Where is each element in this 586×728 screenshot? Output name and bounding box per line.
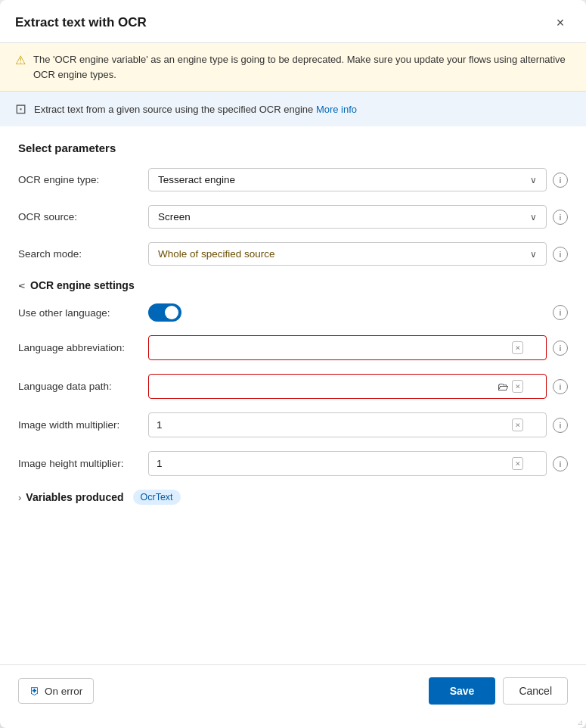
- language-abbreviation-info-icon[interactable]: i: [553, 341, 568, 356]
- ocr-engine-type-control: Tesseract engine ∨ i: [148, 168, 568, 191]
- search-mode-dropdown[interactable]: Whole of specified source ∨: [148, 242, 547, 266]
- ocr-source-control: Screen ∨ i: [148, 205, 568, 229]
- search-mode-control: Whole of specified source ∨ i: [148, 242, 568, 266]
- language-data-path-input[interactable]: 🗁 ×: [148, 374, 547, 399]
- ocr-text-badge: OcrText: [133, 490, 181, 505]
- image-width-multiplier-row: Image width multiplier: 1 × i: [18, 412, 568, 437]
- language-data-path-row: Language data path: 🗁 × i: [18, 374, 568, 399]
- image-height-multiplier-clear-icon[interactable]: ×: [512, 457, 523, 470]
- ocr-source-value: Screen: [158, 211, 191, 222]
- ocr-source-dropdown[interactable]: Screen ∨: [148, 205, 547, 229]
- image-width-multiplier-control: 1 × i: [148, 412, 568, 437]
- search-mode-value: Whole of specified source: [158, 248, 275, 260]
- search-mode-label: Search mode:: [18, 248, 139, 260]
- more-info-link[interactable]: More info: [316, 104, 357, 115]
- variables-chevron-icon: ›: [18, 492, 21, 503]
- ocr-engine-type-info-icon[interactable]: i: [553, 173, 568, 188]
- save-button[interactable]: Save: [429, 677, 496, 705]
- language-data-path-info-icon[interactable]: i: [553, 379, 568, 394]
- language-abbreviation-label: Language abbreviation:: [18, 342, 139, 353]
- cancel-button[interactable]: Cancel: [503, 677, 568, 705]
- image-height-multiplier-input[interactable]: 1 ×: [148, 451, 547, 476]
- settings-section-title: OCR engine settings: [30, 279, 135, 291]
- dialog-footer: ⛨ On error Save Cancel: [0, 664, 586, 717]
- image-width-multiplier-clear-icon[interactable]: ×: [512, 418, 523, 431]
- search-mode-arrow-icon: ∨: [530, 249, 537, 260]
- search-mode-row: Search mode: Whole of specified source ∨…: [18, 242, 568, 266]
- use-other-language-toggle[interactable]: [148, 303, 181, 322]
- use-other-language-control: i: [148, 303, 568, 322]
- language-data-path-control: 🗁 × i: [148, 374, 568, 399]
- dialog-body: Select parameters OCR engine type: Tesse…: [0, 126, 586, 664]
- shield-icon: ⛨: [29, 685, 40, 697]
- warning-icon: ⚠: [15, 53, 26, 67]
- variables-produced-header[interactable]: › Variables produced: [18, 491, 124, 503]
- use-other-language-row: Use other language: i: [18, 303, 568, 322]
- warning-banner: ⚠ The 'OCR engine variable' as an engine…: [0, 43, 586, 92]
- language-abbreviation-row: Language abbreviation: × i: [18, 335, 568, 360]
- extract-text-ocr-dialog: Extract text with OCR × ⚠ The 'OCR engin…: [0, 0, 586, 728]
- image-width-multiplier-label: Image width multiplier:: [18, 419, 139, 431]
- section-title: Select parameters: [18, 142, 568, 154]
- language-data-path-label: Language data path:: [18, 381, 139, 392]
- use-other-language-label: Use other language:: [18, 307, 139, 319]
- on-error-label: On error: [45, 686, 82, 697]
- settings-chevron-icon: ∨: [17, 282, 28, 289]
- image-height-multiplier-control: 1 × i: [148, 451, 568, 476]
- ocr-engine-settings-header[interactable]: ∨ OCR engine settings: [18, 279, 568, 291]
- ocr-source-label: OCR source:: [18, 211, 139, 222]
- ocr-engine-type-arrow-icon: ∨: [530, 175, 537, 185]
- image-width-multiplier-value: 1: [157, 419, 512, 431]
- info-banner-text: Extract text from a given source using t…: [34, 104, 357, 115]
- language-abbreviation-control: × i: [148, 335, 568, 360]
- ocr-source-row: OCR source: Screen ∨ i: [18, 205, 568, 229]
- use-other-language-info-icon[interactable]: i: [553, 305, 568, 320]
- dialog-title: Extract text with OCR: [15, 15, 147, 30]
- footer-right-actions: Save Cancel: [429, 677, 568, 705]
- warning-text: The 'OCR engine variable' as an engine t…: [33, 52, 571, 82]
- ocr-icon: ⊡: [15, 101, 26, 117]
- language-data-path-clear-icon[interactable]: ×: [512, 380, 523, 393]
- image-height-multiplier-info-icon[interactable]: i: [553, 456, 568, 471]
- search-mode-info-icon[interactable]: i: [553, 247, 568, 262]
- ocr-engine-settings-section: ∨ OCR engine settings Use other language…: [18, 279, 568, 476]
- variables-produced-section: › Variables produced OcrText: [18, 490, 568, 505]
- ocr-engine-type-dropdown[interactable]: Tesseract engine ∨: [148, 168, 547, 191]
- variables-produced-title: Variables produced: [26, 491, 123, 503]
- use-other-language-toggle-wrap: [148, 303, 181, 322]
- ocr-source-arrow-icon: ∨: [530, 212, 537, 222]
- on-error-button[interactable]: ⛨ On error: [18, 678, 94, 704]
- image-height-multiplier-row: Image height multiplier: 1 × i: [18, 451, 568, 476]
- folder-browse-icon[interactable]: 🗁: [498, 380, 509, 393]
- close-button[interactable]: ×: [550, 12, 571, 33]
- ocr-engine-type-label: OCR engine type:: [18, 174, 139, 185]
- image-height-multiplier-value: 1: [157, 458, 512, 469]
- info-banner: ⊡ Extract text from a given source using…: [0, 92, 586, 126]
- dialog-header: Extract text with OCR ×: [0, 0, 586, 43]
- ocr-engine-type-value: Tesseract engine: [158, 174, 235, 185]
- image-width-multiplier-input[interactable]: 1 ×: [148, 412, 547, 437]
- ocr-engine-type-row: OCR engine type: Tesseract engine ∨ i: [18, 168, 568, 191]
- image-height-multiplier-label: Image height multiplier:: [18, 458, 139, 469]
- resize-handle[interactable]: ⊿: [0, 717, 586, 728]
- language-abbreviation-input[interactable]: ×: [148, 335, 547, 360]
- ocr-source-info-icon[interactable]: i: [553, 210, 568, 225]
- language-abbreviation-clear-icon[interactable]: ×: [512, 341, 523, 354]
- image-width-multiplier-info-icon[interactable]: i: [553, 418, 568, 433]
